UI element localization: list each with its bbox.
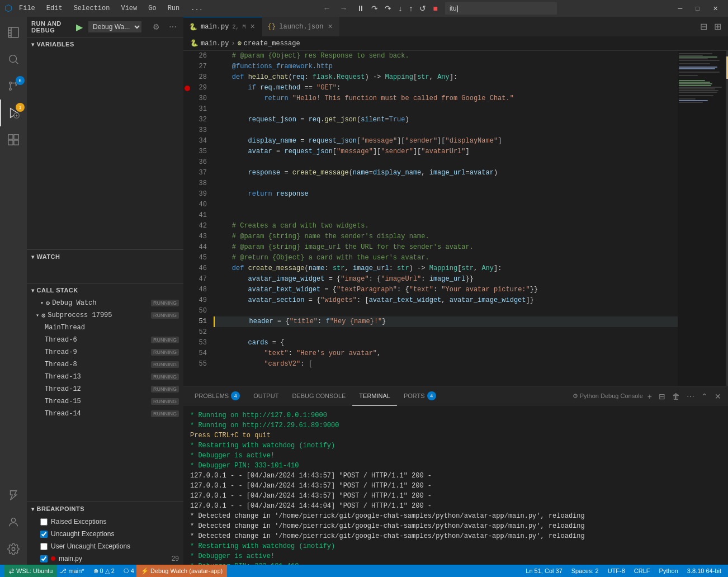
menu-view[interactable]: View (119, 3, 139, 13)
stop-button[interactable]: ■ (430, 3, 440, 14)
continue-button[interactable]: ↷ (368, 3, 381, 14)
split-editor-button[interactable]: ⊟ (698, 20, 710, 33)
tab-launch-label: launch.json (279, 23, 323, 31)
statusbar-language[interactable]: Python (657, 565, 680, 577)
menu-edit[interactable]: Edit (44, 3, 65, 13)
ports-label: PORTS (404, 392, 425, 399)
forward-button[interactable]: → (337, 3, 349, 14)
bp-raised-exceptions[interactable]: Raised Exceptions (27, 515, 183, 528)
debug-more-button[interactable]: ⋯ (167, 21, 179, 32)
activity-search[interactable] (0, 46, 27, 73)
close-button[interactable]: ✕ (707, 0, 724, 17)
thread-12[interactable]: Thread-12 RUNNING (27, 383, 183, 395)
tab-launch-json[interactable]: {} launch.json × (262, 17, 340, 36)
breadcrumb-function[interactable]: create_message (244, 40, 300, 48)
variables-header[interactable]: ▾ VARIABLES (27, 37, 183, 51)
thread-6[interactable]: Thread-6 RUNNING (27, 334, 183, 346)
menu-file[interactable]: File (17, 3, 37, 13)
statusbar-spaces[interactable]: Spaces: 2 (569, 565, 601, 577)
debug-badge: 1 (16, 103, 25, 112)
bp-main-py[interactable]: main.py 29 (27, 552, 183, 565)
line-ending-label: CRLF (634, 567, 650, 574)
debug-settings-button[interactable]: ⚙ (150, 21, 162, 32)
terminal-content[interactable]: * Running on http://127.0.0.1:9000 * Run… (183, 406, 728, 565)
panel-close-button[interactable]: ✕ (712, 391, 724, 402)
terminal-trash-button[interactable]: 🗑 (670, 391, 682, 402)
callstack-header[interactable]: ▾ CALL STACK (27, 283, 183, 297)
toggle-panel-button[interactable]: ⊞ (712, 20, 724, 33)
thread-13[interactable]: Thread-13 RUNNING (27, 371, 183, 383)
tab-launch-close[interactable]: × (327, 22, 333, 31)
step-out-button[interactable]: ↑ (406, 3, 415, 14)
menu-run[interactable]: Run (166, 3, 182, 13)
add-terminal-button[interactable]: + (645, 391, 654, 402)
bp-uncaught-exceptions[interactable]: Uncaught Exceptions (27, 528, 183, 540)
variables-title: VARIABLES (37, 41, 74, 48)
activity-explorer[interactable] (0, 19, 27, 46)
restart-button[interactable]: ↺ (417, 3, 429, 14)
tab-launch-icon: {} (268, 23, 276, 31)
tab-terminal[interactable]: TERMINAL (352, 386, 397, 406)
debug-config-select[interactable]: Debug Wa... (88, 21, 141, 32)
thread-8[interactable]: Thread-8 RUNNING (27, 358, 183, 371)
breadcrumb-file-icon: 🐍 (190, 39, 198, 48)
step-over-button[interactable]: ↷ (382, 3, 394, 14)
thread-14[interactable]: Thread-14 RUNNING (27, 408, 183, 420)
code-content[interactable]: # @param {Object} res Response to send b… (211, 51, 678, 386)
statusbar-python-version[interactable]: 3.8.10 64-bit (685, 565, 724, 577)
statusbar-errors[interactable]: ⊗ 0 △ 2 (91, 565, 117, 577)
menu-selection[interactable]: Selection (72, 3, 112, 13)
callstack-subprocess[interactable]: ▾ ⚙ Subprocess 17995 RUNNING (27, 309, 183, 321)
start-debug-button[interactable]: ▶ (75, 21, 84, 34)
tab-debug-console[interactable]: DEBUG CONSOLE (285, 386, 352, 406)
activity-source-control[interactable]: 6 (0, 73, 27, 100)
thread-mainthread[interactable]: MainThread (27, 321, 183, 334)
editor-main: 26 27 28 29 30 31 32 33 34 35 36 (183, 51, 728, 565)
terminal-split-button[interactable]: ⊟ (656, 391, 668, 402)
pause-button[interactable]: ⏸ (354, 3, 367, 14)
tab-main-py[interactable]: 🐍 main.py 2, M × (183, 17, 262, 36)
statusbar-line-ending[interactable]: CRLF (632, 565, 653, 577)
step-into-button[interactable]: ↓ (395, 3, 405, 14)
watch-chevron: ▾ (31, 254, 35, 260)
maximize-button[interactable]: □ (690, 0, 705, 17)
minimize-button[interactable]: ─ (673, 0, 688, 17)
breadcrumb-file[interactable]: main.py (201, 40, 229, 48)
statusbar-debug[interactable]: ⚡ Debug Watch (avatar-app) (136, 565, 227, 577)
code-editor[interactable]: 26 27 28 29 30 31 32 33 34 35 36 (183, 51, 678, 386)
problems-badge: 4 (231, 391, 240, 400)
tab-problems[interactable]: PROBLEMS 4 (188, 386, 247, 406)
menu-go[interactable]: Go (146, 3, 158, 13)
bp-main-py-checkbox[interactable] (40, 555, 48, 562)
statusbar-position[interactable]: Ln 51, Col 37 (523, 565, 564, 577)
statusbar-extensions[interactable]: ⎔ 4 (121, 565, 136, 577)
search-input[interactable] (445, 2, 557, 15)
back-button[interactable]: ← (320, 3, 333, 14)
debug-watch-label: Debug Watch (52, 299, 96, 307)
activity-settings[interactable] (0, 536, 27, 562)
bp-raised-checkbox[interactable] (40, 518, 48, 526)
callstack-debug-watch[interactable]: ▾ ⚙ Debug Watch RUNNING (27, 297, 183, 309)
thread-15[interactable]: Thread-15 RUNNING (27, 395, 183, 408)
thread-9[interactable]: Thread-9 RUNNING (27, 346, 183, 358)
activity-extensions[interactable] (0, 126, 27, 153)
activity-accounts[interactable] (0, 509, 27, 536)
tab-output[interactable]: OUTPUT (247, 386, 285, 406)
bp-user-uncaught[interactable]: User Uncaught Exceptions (27, 540, 183, 552)
tab-ports[interactable]: PORTS 4 (397, 386, 443, 406)
bp-user-uncaught-checkbox[interactable] (40, 543, 48, 550)
subprocess-badge: RUNNING (151, 312, 179, 319)
menu-more[interactable]: ... (188, 3, 205, 13)
terminal-maximize-button[interactable]: ⌃ (699, 391, 710, 402)
tab-main-py-close[interactable]: × (249, 22, 256, 31)
activity-bar: 6 1 (0, 17, 27, 565)
terminal-more-button[interactable]: ⋯ (684, 391, 697, 402)
activity-testing[interactable] (0, 482, 27, 509)
bp-uncaught-checkbox[interactable] (40, 531, 48, 538)
statusbar-remote[interactable]: ⇄ WSL: Ubuntu (4, 565, 57, 577)
statusbar-branch[interactable]: ⎇ main* (57, 565, 86, 577)
activity-run-debug[interactable]: 1 (0, 100, 27, 126)
breakpoints-header[interactable]: ▾ BREAKPOINTS (27, 502, 183, 515)
statusbar-encoding[interactable]: UTF-8 (606, 565, 627, 577)
watch-header[interactable]: ▾ WATCH (27, 250, 183, 263)
